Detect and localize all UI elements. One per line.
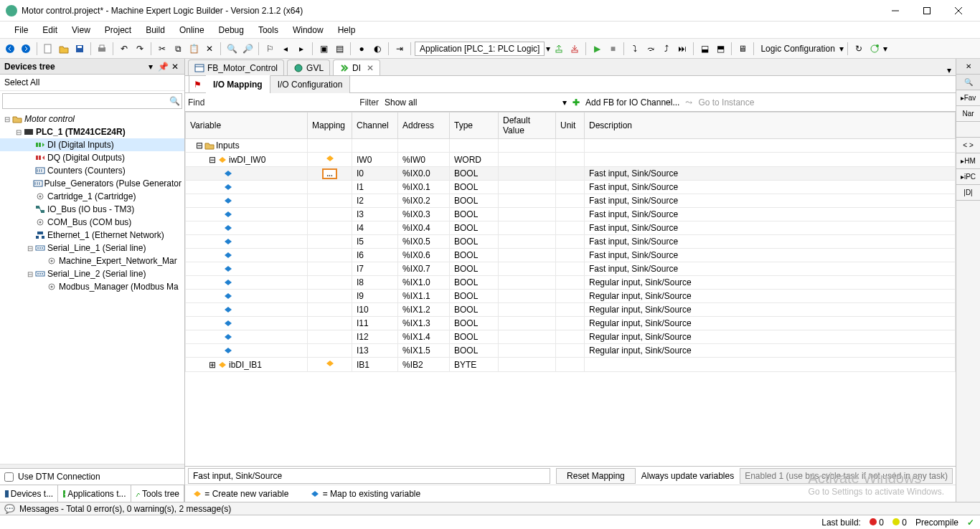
io-row[interactable]: ⊟ Inputs xyxy=(186,139,956,153)
doc-tabs-dropdown-icon[interactable]: ▾ xyxy=(943,65,956,75)
row-expander-icon[interactable]: ⊟ xyxy=(209,155,216,165)
menu-online[interactable]: Online xyxy=(172,22,212,38)
device-search[interactable]: 🔍 xyxy=(2,93,182,109)
messages-bar[interactable]: 💬 Messages - Total 0 error(s), 0 warning… xyxy=(0,502,980,515)
right-docking-strip[interactable]: ✕🔍▸FavNar< >▸HM▸iPC|D| xyxy=(956,59,980,502)
right-dock-item[interactable] xyxy=(956,122,980,138)
new-file-icon[interactable] xyxy=(41,42,55,56)
column-header[interactable]: Type xyxy=(450,113,499,139)
device-tree[interactable]: ⊟Motor control⊟PLC_1 (TM241CE24R)DI (Dig… xyxy=(0,111,184,464)
io-row[interactable]: I12%IX1.4BOOLRegular input, Sink/Source xyxy=(186,330,956,344)
column-header[interactable]: Variable xyxy=(186,113,308,139)
column-header[interactable]: Description xyxy=(585,113,956,139)
panel-dropdown-icon[interactable]: ▾ xyxy=(146,62,156,72)
find-replace-icon[interactable]: 🔎 xyxy=(240,42,255,56)
tree-expander-icon[interactable]: ⊟ xyxy=(14,128,23,136)
menu-edit[interactable]: Edit xyxy=(35,22,65,38)
right-dock-item[interactable]: ✕ xyxy=(956,59,980,75)
right-dock-item[interactable]: |D| xyxy=(956,185,980,201)
logic-config-dropdown-icon[interactable]: ▾ xyxy=(839,44,844,54)
column-header[interactable]: Unit xyxy=(556,113,585,139)
io-row[interactable]: I4%IX0.4BOOLFast input, Sink/Source xyxy=(186,221,956,235)
row-expander-icon[interactable]: ⊟ xyxy=(196,140,203,151)
sub-tab[interactable]: I/O Mapping xyxy=(206,75,270,93)
use-dtm-checkbox[interactable] xyxy=(4,472,14,482)
find-field[interactable] xyxy=(210,96,354,109)
step-run-icon[interactable]: ⏭ xyxy=(675,42,689,56)
doc-tab-GVL[interactable]: GVL xyxy=(287,59,330,75)
right-dock-item[interactable]: Nar xyxy=(956,106,980,122)
minimize-button[interactable] xyxy=(880,1,911,21)
doc-tab-DI[interactable]: DI✕ xyxy=(333,59,380,75)
filter-dropdown-icon[interactable]: ▾ xyxy=(562,97,567,108)
io-mapping-table[interactable]: VariableMappingChannelAddressTypeDefault… xyxy=(185,112,956,372)
run-icon[interactable]: ▶ xyxy=(590,42,604,56)
tree-item[interactable]: Cartridge_1 (Cartridge) xyxy=(0,190,184,203)
undo-icon[interactable]: ↶ xyxy=(117,42,131,56)
search-icon[interactable]: 🔍 xyxy=(167,94,182,108)
menu-project[interactable]: Project xyxy=(98,22,138,38)
nav-back-button[interactable] xyxy=(3,42,17,56)
tree-item[interactable]: Counters (Counters) xyxy=(0,164,184,177)
login-app-icon[interactable] xyxy=(552,42,566,56)
unforce-icon[interactable]: ⬒ xyxy=(713,42,727,56)
io-row[interactable]: I7%IX0.7BOOLFast input, Sink/Source xyxy=(186,262,956,276)
column-header[interactable]: Mapping xyxy=(308,113,352,139)
device-search-input[interactable] xyxy=(3,94,167,108)
io-row[interactable]: I1%IX0.1BOOLFast input, Sink/Source xyxy=(186,181,956,194)
force-icon[interactable]: ⬓ xyxy=(697,42,712,56)
tree-item[interactable]: DQ (Digital Outputs) xyxy=(0,151,184,164)
tree-item[interactable]: ⊟Serial_Line_1 (Serial line) xyxy=(0,242,184,254)
bp-icon[interactable]: ● xyxy=(354,42,369,56)
tree-item[interactable]: ⊟PLC_1 (TM241CE24R) xyxy=(0,125,184,138)
io-row[interactable]: ⊞ ibDI_IB1IB1%IB2BYTE xyxy=(186,358,956,372)
tab-close-icon[interactable]: ✕ xyxy=(367,63,374,73)
sync-icon[interactable] xyxy=(867,42,882,56)
sync-dropdown-icon[interactable]: ▾ xyxy=(883,44,887,54)
copy-icon[interactable]: ⧉ xyxy=(171,42,185,56)
panel-pin-icon[interactable]: 📌 xyxy=(158,62,168,72)
logout-app-icon[interactable] xyxy=(567,42,582,56)
step-into-icon[interactable]: ⤵ xyxy=(628,42,642,56)
tree-expander-icon[interactable]: ⊟ xyxy=(3,115,11,123)
right-dock-item[interactable]: ▸Fav xyxy=(956,90,980,106)
reset-mapping-button[interactable]: Reset Mapping xyxy=(556,468,636,484)
menu-view[interactable]: View xyxy=(65,22,98,38)
cut-icon[interactable]: ✂ xyxy=(155,42,169,56)
io-row[interactable]: I5%IX0.5BOOLFast input, Sink/Source xyxy=(186,235,956,249)
goto-instance-button[interactable]: Go to Instance xyxy=(698,97,754,108)
bookmark-prev-icon[interactable]: ◂ xyxy=(278,42,293,56)
menu-file[interactable]: File xyxy=(7,22,35,38)
find-icon[interactable]: 🔍 xyxy=(225,42,239,56)
bp-list-icon[interactable]: ◐ xyxy=(370,42,385,56)
io-row[interactable]: I6%IX0.6BOOLFast input, Sink/Source xyxy=(186,249,956,262)
build-icon[interactable]: ▣ xyxy=(316,42,331,56)
right-dock-item[interactable]: < > xyxy=(956,138,980,153)
left-tab[interactable]: Tools tree xyxy=(131,485,184,502)
tree-expander-icon[interactable]: ⊟ xyxy=(26,270,34,278)
add-fb-button[interactable]: Add FB for IO Channel... xyxy=(585,97,679,108)
menu-tools[interactable]: Tools xyxy=(251,22,286,38)
row-expander-icon[interactable]: ⊞ xyxy=(209,360,216,370)
tree-item[interactable]: DI (Digital Inputs) xyxy=(0,138,184,151)
tree-item[interactable]: Pulse_Generators (Pulse Generator xyxy=(0,177,184,190)
step-out-icon[interactable]: ⤴ xyxy=(659,42,674,56)
rebuild-icon[interactable]: ▤ xyxy=(332,42,347,56)
column-header[interactable]: Default Value xyxy=(499,113,556,139)
right-dock-item[interactable]: ▸iPC xyxy=(956,169,980,185)
io-row[interactable]: I8%IX1.0BOOLRegular input, Sink/Source xyxy=(186,276,956,290)
device-view-icon[interactable]: 🖥 xyxy=(735,42,750,56)
menu-debug[interactable]: Debug xyxy=(212,22,251,38)
doc-tab-FB_Motor_Control[interactable]: FB_Motor_Control xyxy=(188,59,284,75)
io-row[interactable]: I11%IX1.3BOOLRegular input, Sink/Source xyxy=(186,317,956,330)
filter-dropdown[interactable]: Show all xyxy=(385,97,557,108)
io-row[interactable]: I2%IX0.2BOOLFast input, Sink/Source xyxy=(186,194,956,208)
bookmark-next-icon[interactable]: ▸ xyxy=(294,42,308,56)
tree-item[interactable]: ⊟Serial_Line_2 (Serial line) xyxy=(0,267,184,280)
tree-item[interactable]: Machine_Expert_Network_Mar xyxy=(0,254,184,267)
print-icon[interactable] xyxy=(95,42,109,56)
io-row[interactable]: I13%IX1.5BOOLRegular input, Sink/Source xyxy=(186,344,956,358)
tree-item[interactable]: Modbus_Manager (Modbus Ma xyxy=(0,280,184,293)
column-header[interactable]: Address xyxy=(398,113,450,139)
right-dock-item[interactable]: ▸HM xyxy=(956,153,980,169)
